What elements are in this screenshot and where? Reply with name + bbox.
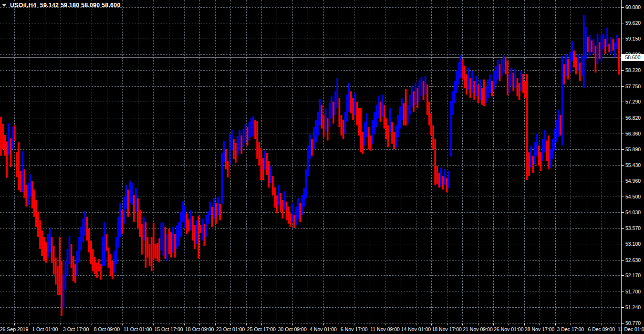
price-axis[interactable] <box>622 0 644 324</box>
chart-ohlc-values: 59.142 59.180 58.090 58.600 <box>40 2 121 9</box>
title-bar: USOil,H4 59.142 59.180 58.090 58.600 <box>2 2 123 9</box>
axes-layer: 60.08059.62059.15058.69058.22057.75057.2… <box>0 0 644 334</box>
price-chart-canvas[interactable]: 60.08059.62059.15058.69058.22057.75057.2… <box>0 0 644 334</box>
current-price-flag: 58.600 <box>622 54 644 61</box>
chart-symbol-period: USOil,H4 <box>10 2 36 9</box>
chart-title: USOil,H4 59.142 59.180 58.090 58.600 <box>10 2 123 9</box>
price-bars-down <box>1 37 619 316</box>
symbol-dropdown-icon[interactable] <box>2 4 7 7</box>
time-axis[interactable] <box>0 324 621 334</box>
chart-window: 60.08059.62059.15058.69058.22057.75057.2… <box>0 0 644 334</box>
time-axis-label: 11 Dec 01:00 <box>618 326 644 332</box>
